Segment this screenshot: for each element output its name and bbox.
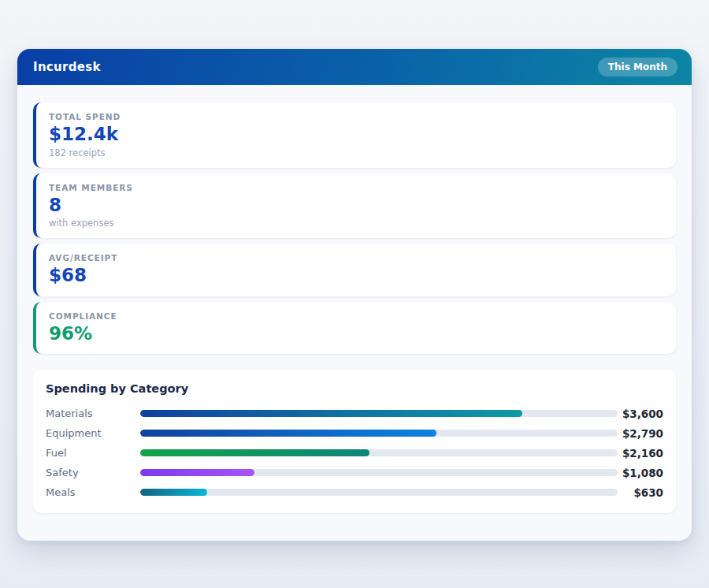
app-header: Incurdesk This Month	[17, 49, 692, 85]
category-bar-fill	[140, 449, 369, 456]
stat-label: TEAM MEMBERS	[49, 183, 663, 192]
category-label: Safety	[46, 467, 140, 478]
category-row: Equipment $2,790	[46, 423, 663, 443]
category-bar-fill	[140, 489, 207, 496]
category-value: $1,080	[618, 467, 663, 479]
stat-card-list: TOTAL SPEND $12.4k 182 receipts TEAM MEM…	[33, 102, 676, 354]
category-label: Meals	[46, 486, 140, 498]
category-label: Materials	[46, 408, 140, 419]
stat-card: TEAM MEMBERS 8 with expenses	[33, 173, 676, 239]
category-value: $3,600	[618, 408, 663, 420]
category-bar-fill	[140, 430, 436, 437]
page-background: Incurdesk This Month TOTAL SPEND $12.4k …	[0, 0, 709, 588]
stat-label: TOTAL SPEND	[49, 112, 663, 121]
category-row: Meals $630	[46, 482, 663, 502]
category-value: $630	[618, 486, 663, 499]
category-label: Fuel	[46, 447, 140, 459]
category-bar-fill	[140, 410, 522, 417]
stat-value: 8	[49, 195, 663, 217]
stat-sub: 182 receipts	[49, 147, 663, 158]
stat-sub: with expenses	[49, 218, 663, 229]
stat-value: 96%	[49, 323, 663, 345]
category-value: $2,790	[618, 427, 663, 440]
category-bar-track	[140, 469, 618, 476]
stat-card: COMPLIANCE 96%	[33, 302, 676, 355]
stat-card: TOTAL SPEND $12.4k 182 receipts	[33, 102, 676, 168]
stat-card: AVG/RECEIPT $68	[33, 244, 676, 296]
category-bar-track	[140, 449, 618, 456]
period-badge[interactable]: This Month	[598, 58, 677, 76]
app-title: Incurdesk	[33, 60, 101, 74]
category-bar-track	[140, 430, 618, 437]
stat-label: COMPLIANCE	[49, 311, 663, 321]
category-rows: Materials $3,600 Equipment $2,790 Fuel $…	[46, 404, 663, 502]
chart-title: Spending by Category	[46, 382, 663, 395]
category-value: $2,160	[618, 447, 663, 460]
category-bar-track	[140, 410, 618, 417]
category-row: Fuel $2,160	[46, 443, 663, 463]
category-label: Equipment	[46, 427, 140, 439]
stat-value: $12.4k	[49, 124, 663, 146]
dashboard-content: TOTAL SPEND $12.4k 182 receipts TEAM MEM…	[17, 85, 692, 531]
spending-chart-card: Spending by Category Materials $3,600 Eq…	[33, 370, 676, 513]
category-row: Materials $3,600	[46, 404, 663, 423]
category-row: Safety $1,080	[46, 463, 663, 482]
category-bar-track	[140, 489, 618, 496]
category-bar-fill	[140, 469, 254, 476]
dashboard-panel: Incurdesk This Month TOTAL SPEND $12.4k …	[17, 49, 692, 541]
stat-label: AVG/RECEIPT	[49, 253, 663, 262]
stat-value: $68	[49, 265, 663, 287]
